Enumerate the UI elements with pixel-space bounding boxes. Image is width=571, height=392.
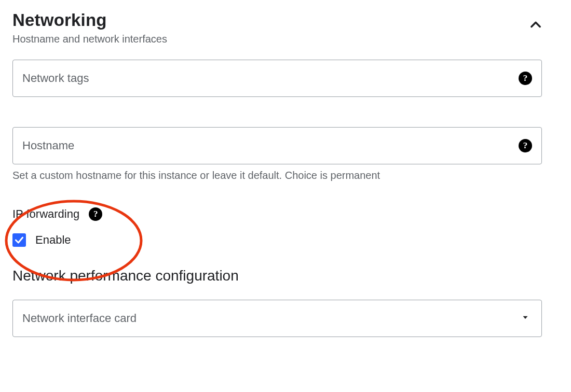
ip-forwarding-enable-checkbox[interactable]	[12, 233, 26, 247]
section-title: Networking	[12, 10, 167, 30]
network-performance-title: Network performance configuration	[12, 268, 559, 284]
section-heading-block: Networking Hostname and network interfac…	[12, 10, 167, 45]
help-icon[interactable]: ?	[89, 207, 102, 221]
network-tags-input[interactable]: Network tags ?	[12, 60, 542, 97]
section-subtitle: Hostname and network interfaces	[12, 33, 167, 45]
network-interface-card-placeholder: Network interface card	[22, 312, 137, 325]
network-interface-card-select[interactable]: Network interface card	[12, 300, 542, 337]
help-icon[interactable]: ?	[519, 139, 532, 152]
network-tags-placeholder: Network tags	[22, 72, 89, 85]
checkmark-icon	[14, 235, 24, 245]
dropdown-arrow-icon	[521, 313, 530, 324]
svg-marker-1	[523, 316, 528, 319]
ip-forwarding-enable-label: Enable	[35, 233, 71, 247]
hostname-helper-text: Set a custom hostname for this instance …	[12, 170, 559, 181]
ip-forwarding-label: IP forwarding	[12, 207, 79, 221]
help-icon[interactable]: ?	[519, 72, 532, 85]
hostname-input[interactable]: Hostname ?	[12, 127, 542, 164]
chevron-up-icon	[528, 18, 543, 32]
ip-forwarding-section: IP forwarding ? Enable	[12, 196, 559, 256]
hostname-placeholder: Hostname	[22, 139, 74, 152]
collapse-toggle[interactable]	[528, 18, 543, 34]
